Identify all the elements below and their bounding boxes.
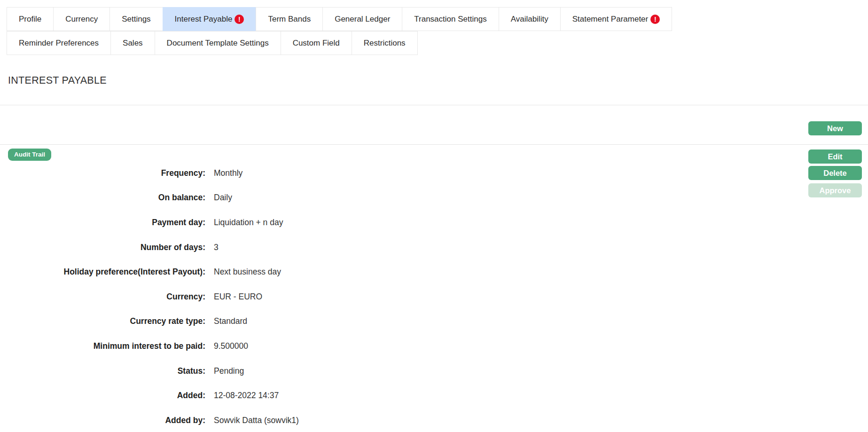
field-value: 3 <box>214 243 219 252</box>
tab-availability[interactable]: Availability <box>499 7 561 31</box>
tab-label: Sales <box>123 39 143 48</box>
tab-label: Profile <box>19 15 41 24</box>
field-value: Next business day <box>214 267 281 277</box>
tab-label: Interest Payable <box>175 15 233 24</box>
field-label: Holiday preference(Interest Payout): <box>0 267 205 277</box>
field-label: Number of days: <box>0 243 205 252</box>
tab-label: Restrictions <box>364 39 406 48</box>
detail-row-number-of-days: Number of days: 3 <box>0 235 385 260</box>
tab-sales[interactable]: Sales <box>110 31 155 55</box>
detail-row-holiday-preference: Holiday preference(Interest Payout): Nex… <box>0 259 385 284</box>
field-label: Minimum interest to be paid: <box>0 341 205 351</box>
tab-document-template-settings[interactable]: Document Template Settings <box>155 31 281 55</box>
field-label: Added: <box>0 391 205 401</box>
detail-row-added: Added: 12-08-2022 14:37 <box>0 383 385 408</box>
tab-profile[interactable]: Profile <box>7 7 54 31</box>
detail-row-payment-day: Payment day: Liquidation + n day <box>0 210 385 235</box>
detail-row-currency: Currency: EUR - EURO <box>0 284 385 309</box>
tab-row-2: Reminder Preferences Sales Document Temp… <box>7 31 861 55</box>
field-value: Standard <box>214 316 247 326</box>
tab-settings[interactable]: Settings <box>109 7 163 31</box>
detail-row-currency-rate-type: Currency rate type: Standard <box>0 309 385 334</box>
tab-reminder-preferences[interactable]: Reminder Preferences <box>7 31 111 55</box>
field-value: Liquidation + n day <box>214 218 283 228</box>
field-value: Daily <box>214 193 232 203</box>
field-value: Pending <box>214 366 244 376</box>
title-divider <box>0 105 868 105</box>
section-divider <box>0 144 868 145</box>
tab-bar: Profile Currency Settings Interest Payab… <box>7 7 861 55</box>
tab-term-bands[interactable]: Term Bands <box>256 7 323 31</box>
field-value: Monthly <box>214 168 242 178</box>
tab-label: Term Bands <box>268 15 311 24</box>
field-label: On balance: <box>0 193 205 203</box>
detail-row-on-balance: On balance: Daily <box>0 186 385 211</box>
tab-currency[interactable]: Currency <box>53 7 110 31</box>
field-value: 12-08-2022 14:37 <box>214 391 279 401</box>
tab-label: Transaction Settings <box>414 15 486 24</box>
field-label: Currency: <box>0 292 205 302</box>
tab-interest-payable[interactable]: Interest Payable ! <box>163 7 257 31</box>
field-value: 9.500000 <box>214 341 248 351</box>
alert-icon: ! <box>650 15 660 24</box>
field-label: Status: <box>0 366 205 376</box>
new-button[interactable]: New <box>808 121 862 135</box>
tab-label: Reminder Preferences <box>19 39 99 48</box>
edit-button[interactable]: Edit <box>808 149 862 164</box>
field-label: Added by: <box>0 416 205 425</box>
field-value: Sowvik Datta (sowvik1) <box>214 416 299 425</box>
field-value: EUR - EURO <box>214 292 262 302</box>
tab-transaction-settings[interactable]: Transaction Settings <box>402 7 499 31</box>
tab-row-1: Profile Currency Settings Interest Payab… <box>7 7 861 31</box>
detail-row-added-by: Added by: Sowvik Datta (sowvik1) <box>0 408 385 432</box>
tab-label: Custom Field <box>293 39 340 48</box>
field-label: Frequency: <box>0 168 205 178</box>
tab-label: Currency <box>65 15 98 24</box>
interest-payable-details: Frequency: Monthly On balance: Daily Pay… <box>0 161 385 432</box>
tab-label: General Ledger <box>335 15 390 24</box>
detail-row-minimum-interest: Minimum interest to be paid: 9.500000 <box>0 334 385 359</box>
field-label: Payment day: <box>0 218 205 228</box>
audit-trail-badge[interactable]: Audit Trail <box>8 149 51 161</box>
alert-icon: ! <box>235 15 244 24</box>
delete-button[interactable]: Delete <box>808 166 862 180</box>
tab-label: Settings <box>122 15 150 24</box>
tab-custom-field[interactable]: Custom Field <box>281 31 352 55</box>
tab-label: Statement Parameter <box>572 15 649 24</box>
detail-row-frequency: Frequency: Monthly <box>0 161 385 186</box>
detail-row-status: Status: Pending <box>0 359 385 384</box>
page-title: INTEREST PAYABLE <box>8 75 107 86</box>
tab-label: Availability <box>511 15 548 24</box>
tab-statement-parameter[interactable]: Statement Parameter ! <box>560 7 673 31</box>
tab-label: Document Template Settings <box>167 39 269 48</box>
tab-general-ledger[interactable]: General Ledger <box>322 7 402 31</box>
approve-button[interactable]: Approve <box>808 183 862 197</box>
field-label: Currency rate type: <box>0 316 205 326</box>
tab-restrictions[interactable]: Restrictions <box>352 31 418 55</box>
